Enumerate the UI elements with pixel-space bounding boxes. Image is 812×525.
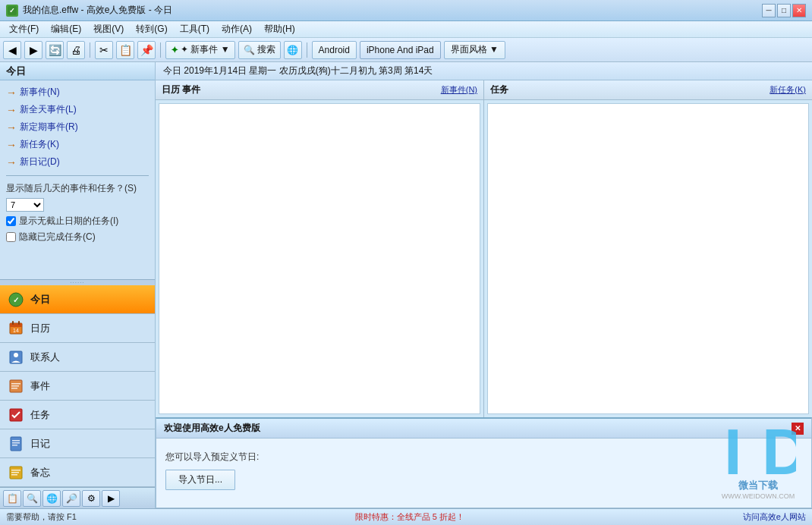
hide-completed-row: 隐藏已完成任务(C) [3,229,152,245]
sidebar-btn-settings[interactable]: ⚙ [82,490,100,507]
new-event-link[interactable]: 新事件(N) [441,84,477,96]
svg-rect-12 [11,383,20,385]
content-body: 日历 事件 新事件(N) 任务 新任务(K) [156,80,812,508]
sidebar-btn-search[interactable]: 🔍 [23,490,41,507]
nav-item-contacts[interactable]: 联系人 [0,343,155,372]
welcome-text: 您可以导入预定义节日: [165,451,802,464]
sidebar-btn-more[interactable]: ▶ [102,490,120,507]
sidebar-btn-find[interactable]: 🔎 [62,490,80,507]
minimize-button[interactable]: ─ [762,4,776,17]
toolbar-sep1 [90,42,90,58]
main-layout: 今日 → 新事件(N) → 新全天事件(L) → 新定期事件(R) → 新任务(… [0,62,812,508]
content-header: 今日 2019年1月14日 星期一 农历戊戌(狗)十二月初九 第3周 第14天 [156,62,812,80]
new-event-button[interactable]: ✦ ✦ 新事件 ▼ [165,41,235,59]
show-days-label: 显示随后几天的事件和任务？(S) [3,181,152,196]
svg-rect-13 [11,385,19,387]
logo-svg: D I [720,420,796,480]
show-no-deadline-checkbox[interactable] [6,216,16,226]
android-button[interactable]: Android [312,41,357,59]
toolbar-globe-btn[interactable]: 🌐 [284,41,302,59]
nav-item-memo[interactable]: 备忘 [0,458,155,487]
calendar-events-header: 日历 事件 新事件(N) [156,80,483,100]
sidebar-divider [6,175,149,176]
status-right[interactable]: 访问高效e人网站 [743,511,806,523]
days-select[interactable]: 7 123 456 8910 [6,198,44,212]
toolbar-refresh-btn[interactable]: 🔄 [46,41,64,59]
sidebar-btn-new[interactable]: 📋 [3,490,21,507]
nav-item-diary[interactable]: 日记 [0,429,155,458]
show-no-deadline-label: 显示无截止日期的任务(I) [19,215,118,228]
svg-rect-14 [11,388,17,389]
logo-area: D I 微当下载 WWW.WEIDOWN.COM [720,420,796,500]
svg-text:D: D [762,420,796,480]
nav-item-calendar[interactable]: 14 日历 [0,314,155,343]
hide-completed-label: 隐藏已完成任务(C) [19,231,96,244]
iphone-ipad-button[interactable]: iPhone And iPad [360,41,441,59]
close-button[interactable]: ✕ [792,4,806,17]
svg-rect-17 [12,440,20,442]
days-dropdown-row: 7 123 456 8910 [3,196,152,213]
menu-tools[interactable]: 工具(T) [174,21,216,37]
nav-label-calendar: 日历 [30,322,50,335]
nav-label-contacts: 联系人 [30,351,60,364]
svg-rect-7 [18,321,20,325]
sidebar-link-new-recurring[interactable]: → 新定期事件(R) [3,118,152,136]
memo-nav-icon [8,464,24,481]
tasks-nav-icon [8,407,24,423]
toolbar-back-btn[interactable]: ◀ [3,41,21,59]
toolbar-paste-btn[interactable]: 📌 [137,41,156,59]
sidebar-link-new-diary[interactable]: → 新日记(D) [3,153,152,171]
welcome-text-area: 您可以导入预定义节日: 导入节日... [165,451,802,490]
nav-label-diary: 日记 [30,437,50,451]
sidebar-link-new-task[interactable]: → 新任务(K) [3,136,152,153]
status-bar: 需要帮助，请按 F1 限时特惠：全线产品 5 折起！ 访问高效e人网站 [0,508,812,525]
calendar-events-title: 日历 事件 [162,83,200,96]
sidebar-resize-handle[interactable] [0,279,155,285]
status-middle: 限时特惠：全线产品 5 折起！ [355,511,464,523]
nav-label-memo: 备忘 [30,466,50,479]
ui-style-button[interactable]: 界面风格 ▼ [444,41,505,59]
svg-text:14: 14 [13,328,19,333]
nav-label-tasks: 任务 [30,408,50,422]
sidebar-link-new-event[interactable]: → 新事件(N) [3,83,152,101]
hide-completed-checkbox[interactable] [6,232,16,242]
nav-item-tasks[interactable]: 任务 [0,401,155,429]
title-bar: ✓ 我的信息.effw - 高效e人免费版 - 今日 ─ □ ✕ [0,0,812,21]
sidebar-link-new-allday[interactable]: → 新全天事件(L) [3,101,152,118]
toolbar-forward-btn[interactable]: ▶ [24,41,42,59]
maximize-button[interactable]: □ [777,4,791,17]
sidebar-btn-globe[interactable]: 🌐 [42,490,61,507]
toolbar-cut-btn[interactable]: ✂ [95,41,113,59]
import-holidays-button[interactable]: 导入节日... [165,470,235,490]
arrow-icon: → [6,86,17,99]
menu-edit[interactable]: 编辑(E) [45,21,87,37]
content-header-text: 今日 2019年1月14日 星期一 农历戊戌(狗)十二月初九 第3周 第14天 [163,64,433,77]
svg-rect-6 [12,321,14,325]
nav-item-today[interactable]: ✓ 今日 [0,285,155,314]
svg-point-10 [14,353,18,357]
app-icon: ✓ [6,5,18,17]
sidebar-header: 今日 [0,62,155,80]
toolbar-sep2 [160,42,161,58]
nav-item-events[interactable]: 事件 [0,372,155,401]
today-nav-icon: ✓ [8,291,24,308]
menu-help[interactable]: 帮助(H) [258,21,301,37]
menu-action[interactable]: 动作(A) [216,21,258,37]
arrow-icon: → [6,104,17,116]
svg-text:I: I [724,420,742,480]
grid-area: 日历 事件 新事件(N) 任务 新任务(K) [156,80,812,417]
logo-url: WWW.WEIDOWN.COM [720,492,796,500]
calendar-nav-icon: 14 [8,320,24,337]
diary-nav-icon [8,435,24,452]
menu-view[interactable]: 视图(V) [87,21,130,37]
window-title: 我的信息.effw - 高效e人免费版 - 今日 [23,4,172,17]
svg-rect-16 [11,437,21,451]
calendar-events-body [159,103,480,414]
toolbar-print-btn[interactable]: 🖨 [67,41,85,59]
arrow-icon: → [6,156,17,168]
new-task-link[interactable]: 新任务(K) [770,84,806,96]
toolbar-copy-btn[interactable]: 📋 [116,41,134,59]
menu-file[interactable]: 文件(F) [3,21,45,37]
menu-goto[interactable]: 转到(G) [130,21,173,37]
search-button[interactable]: 🔍 搜索 [238,41,281,59]
